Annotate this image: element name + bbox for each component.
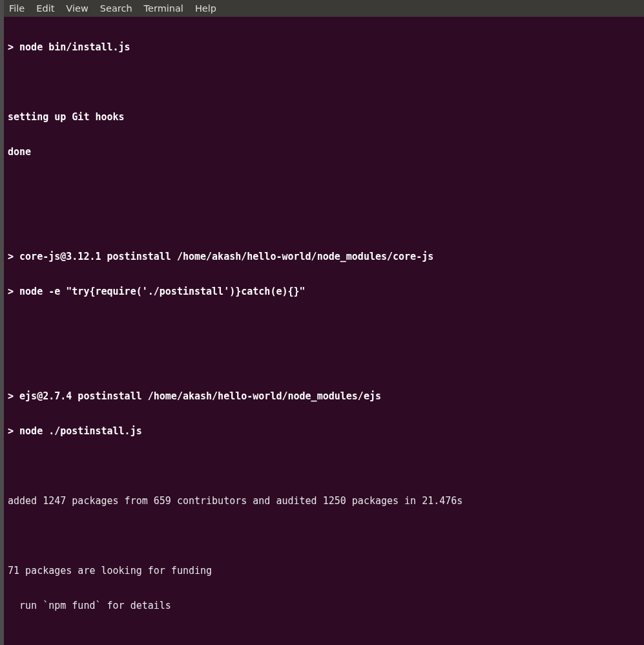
menu-edit[interactable]: Edit bbox=[36, 3, 54, 14]
output-line bbox=[8, 460, 643, 472]
output-line: added 1247 packages from 659 contributor… bbox=[8, 495, 643, 507]
output-line bbox=[8, 321, 643, 332]
output-line bbox=[8, 216, 643, 227]
output-line bbox=[8, 181, 643, 193]
output-line: > node ./postinstall.js bbox=[8, 425, 643, 437]
output-line: > node -e "try{require('./postinstall')}… bbox=[8, 286, 643, 297]
terminal-output[interactable]: > node bin/install.js setting up Git hoo… bbox=[8, 18, 643, 645]
menu-view[interactable]: View bbox=[66, 3, 88, 14]
output-line bbox=[8, 76, 643, 88]
output-line: 71 packages are looking for funding bbox=[8, 565, 643, 576]
output-line bbox=[8, 355, 643, 367]
menu-bar: File Edit View Search Terminal Help bbox=[4, 0, 644, 17]
output-line: > ejs@2.7.4 postinstall /home/akash/hell… bbox=[8, 390, 643, 402]
output-line: setting up Git hooks bbox=[8, 111, 643, 123]
menu-file[interactable]: File bbox=[9, 3, 25, 14]
output-line: run `npm fund` for details bbox=[8, 600, 643, 611]
menu-terminal[interactable]: Terminal bbox=[144, 3, 183, 14]
output-line bbox=[8, 530, 643, 542]
output-line bbox=[8, 635, 643, 645]
menu-help[interactable]: Help bbox=[195, 3, 216, 14]
output-line: > core-js@3.12.1 postinstall /home/akash… bbox=[8, 251, 643, 262]
output-line: > node bin/install.js bbox=[8, 41, 643, 53]
window-border-left bbox=[0, 0, 4, 645]
output-line: done bbox=[8, 146, 643, 158]
menu-search[interactable]: Search bbox=[100, 3, 132, 14]
terminal-window: File Edit View Search Terminal Help > no… bbox=[0, 0, 644, 645]
